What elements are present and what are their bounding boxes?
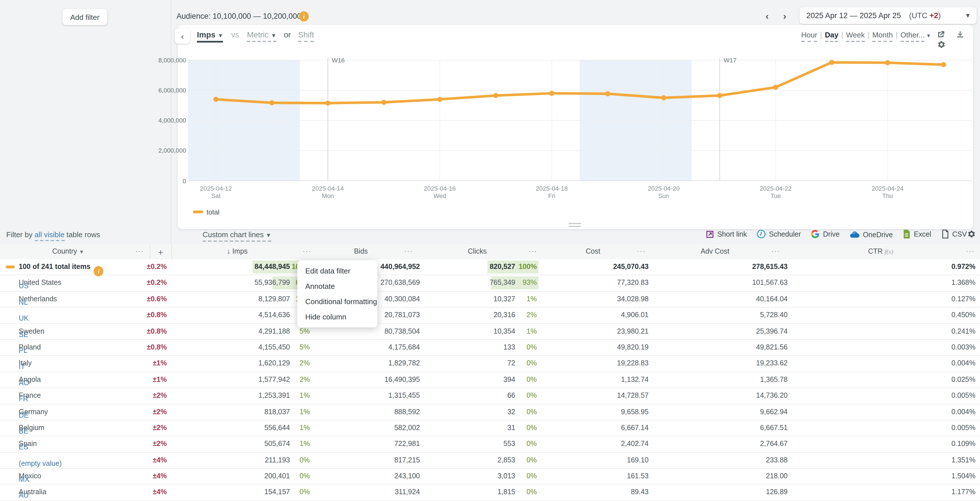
country-cell: BE Belgium: [19, 424, 44, 432]
adv-cost-cell: 101,567.63: [752, 279, 788, 287]
y-axis-label: 0: [152, 177, 186, 184]
cost-column-menu[interactable]: ···: [637, 247, 646, 255]
imps-cell: 818,037: [264, 408, 290, 416]
table-row-AU[interactable]: AU Australia±4%154,1570%311,9241,8150%89…: [0, 485, 980, 501]
menu-item-annotate[interactable]: Annotate: [298, 278, 377, 294]
table-row-PL[interactable]: PL Poland±0.8%4,155,4505%4,175,6841330%4…: [0, 340, 980, 356]
table-row-DE[interactable]: DE Germany±2%818,0371%888,592320%9,658.9…: [0, 404, 980, 420]
ctr-column-menu[interactable]: ···: [966, 247, 975, 255]
chart-settings-gear-icon[interactable]: [936, 40, 946, 50]
bids-cell: 80,738,504: [385, 327, 420, 335]
clicks-column-menu[interactable]: ···: [528, 247, 538, 255]
clicks-cell: 3,013: [497, 472, 515, 480]
table-row-US[interactable]: US United States±0.2%55,936,79966%270,63…: [0, 275, 980, 292]
clicks-pct-cell: 0%: [527, 408, 537, 416]
table-row-AO[interactable]: AO Angola±1%1,577,9422%16,490,3953940%1,…: [0, 372, 980, 388]
all-visible-link[interactable]: all visible: [35, 231, 65, 241]
export-label: Drive: [823, 230, 840, 238]
table-settings-gear-icon[interactable]: [966, 229, 976, 239]
col-header-clicks[interactable]: Clicks: [468, 247, 487, 255]
table-row-BE[interactable]: BE Belgium±2%556,6441%582,002310%6,667.1…: [0, 420, 980, 437]
adv-cost-cell: 126.89: [766, 488, 788, 496]
col-header-imps[interactable]: ↓ Imps: [227, 247, 248, 255]
bids-cell: 40,300,084: [385, 295, 420, 303]
chart-back-button[interactable]: ‹: [175, 29, 190, 44]
granularity-month[interactable]: Month: [872, 31, 892, 42]
table-row-ES[interactable]: ES Spain±2%505,6741%722,9815530%2,402.74…: [0, 437, 980, 453]
menu-item-conditional-formatting[interactable]: Conditional formatting: [298, 294, 377, 309]
export-csv-button[interactable]: CSV: [941, 229, 967, 239]
menu-item-hide-column[interactable]: Hide column: [298, 309, 377, 324]
clicks-pct-cell: 100%: [519, 263, 537, 270]
granularity-day[interactable]: Day: [825, 31, 838, 42]
y-axis-label: 4,000,000: [152, 117, 186, 124]
country-column-menu[interactable]: ···: [135, 247, 144, 255]
export-scheduler-button[interactable]: Scheduler: [756, 229, 801, 239]
table-row-FR[interactable]: FR France±2%1,253,3911%1,315,455660%14,7…: [0, 388, 980, 404]
compare-metric-dropdown[interactable]: Metric ▼: [247, 30, 277, 42]
granularity-week[interactable]: Week: [846, 31, 865, 42]
col-header-ctr[interactable]: CTR f(x): [868, 247, 894, 255]
clicks-pct-cell: 0%: [527, 375, 537, 383]
add-filter-button[interactable]: Add filter: [62, 9, 107, 25]
clicks-cell: 72: [507, 359, 515, 367]
date-prev-button[interactable]: ‹: [762, 10, 772, 23]
clicks-cell: 765,349: [490, 279, 515, 287]
audience-label: Audience: 10,100,000 — 10,200,000: [177, 12, 301, 21]
bids-column-menu[interactable]: ···: [404, 247, 413, 255]
cost-cell: 2,402.74: [621, 440, 649, 448]
col-header-cost[interactable]: Cost: [585, 247, 600, 255]
cost-cell: 245,070.43: [613, 263, 649, 270]
x-axis-label: 2025-04-18Fri: [526, 185, 578, 200]
granularity-hour[interactable]: Hour: [801, 31, 817, 42]
granularity-other[interactable]: Other...: [900, 31, 925, 42]
country-cell: NL Netherlands: [19, 295, 57, 303]
chart-legend[interactable]: total: [193, 208, 220, 216]
clicks-pct-cell: 2%: [527, 311, 537, 319]
date-next-button[interactable]: ›: [780, 10, 790, 23]
table-row-total[interactable]: 100 of 241 total items i±0.2%84,448,9451…: [0, 259, 980, 275]
date-range-picker[interactable]: 2025 Apr 12 — 2025 Apr 25 (UTC +2) ▼: [800, 7, 977, 24]
custom-chart-lines-dropdown[interactable]: Custom chart lines ▼: [203, 231, 271, 242]
table-row-MX[interactable]: MX Mexico±4%200,4010%243,1003,0130%161.5…: [0, 469, 980, 485]
imps-column-menu[interactable]: ···: [303, 247, 312, 255]
or-label: or: [284, 30, 291, 39]
bids-cell: 888,592: [395, 408, 420, 416]
table-row-SE[interactable]: SE Sweden±0.8%4,291,1885%80,738,50410,35…: [0, 324, 980, 340]
y-axis-label: 2,000,000: [152, 147, 186, 154]
menu-item-edit-data-filter[interactable]: Edit data filter: [298, 263, 377, 278]
error-margin-cell: ±0.8%: [147, 343, 167, 351]
separator: |: [896, 31, 898, 39]
table-row-NL[interactable]: NL Netherlands±0.6%8,129,80710%40,300,08…: [0, 292, 980, 308]
add-column-button[interactable]: +: [158, 247, 163, 257]
metric-dropdown[interactable]: Imps ▼: [197, 30, 223, 43]
col-header-bids[interactable]: Bids: [354, 247, 368, 255]
country-cell: FR France: [19, 391, 41, 399]
clicks-cell: 32: [507, 408, 515, 416]
chart-resize-handle[interactable]: [569, 223, 581, 229]
download-icon[interactable]: [956, 30, 965, 39]
export-onedrive-button[interactable]: OneDrive: [849, 231, 893, 239]
export-drive-button[interactable]: Drive: [811, 229, 840, 239]
shift-toggle[interactable]: Shift: [298, 30, 314, 42]
open-external-icon[interactable]: [936, 30, 945, 39]
table-row-IT[interactable]: IT Italy±1%1,620,1292%1,829,782720%19,22…: [0, 356, 980, 372]
table-row-emptyvalue[interactable]: (empty value)±4%211,1930%817,2152,8530%1…: [0, 452, 980, 469]
imps-cell: 154,157: [264, 488, 290, 496]
table-row-UK[interactable]: UK ±0.8%4,514,6365%20,781,07320,3162%4,9…: [0, 307, 980, 324]
legend-label-total: total: [207, 208, 220, 216]
audience-info-icon[interactable]: i: [299, 11, 309, 22]
week-marker-label: W17: [724, 57, 737, 64]
col-header-country[interactable]: Country ▼: [52, 247, 84, 255]
col-header-adv-cost[interactable]: Adv Cost: [700, 247, 729, 255]
total-info-icon[interactable]: i: [94, 266, 103, 276]
export-label: OneDrive: [863, 231, 893, 239]
export-excel-button[interactable]: Excel: [902, 229, 931, 239]
adv-cost-cell: 6,667.51: [760, 424, 788, 432]
clicks-pct-cell: 0%: [527, 391, 537, 399]
separator: |: [841, 31, 843, 39]
week-marker-label: W16: [332, 57, 345, 64]
export-short-link-button[interactable]: Short link: [705, 230, 747, 239]
imps-cell: 1,253,391: [258, 391, 290, 399]
adv-cost-column-menu[interactable]: ···: [772, 247, 780, 255]
